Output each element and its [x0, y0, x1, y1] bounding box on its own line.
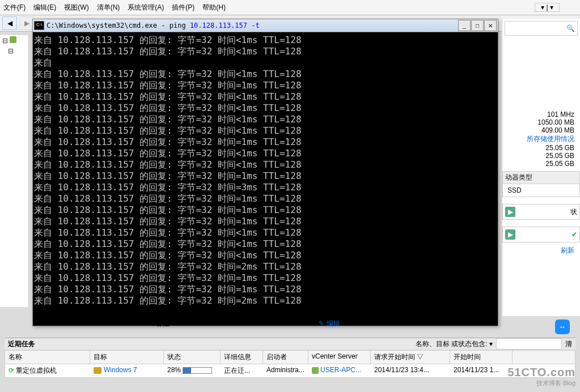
- status-ok-panel: ▶ ✔: [502, 227, 580, 242]
- task-initiator: Administra...: [263, 364, 308, 377]
- driver-type-header: 动器类型: [502, 171, 580, 184]
- notes-row: 备注: ✎ 编辑: [156, 319, 340, 329]
- storage-link[interactable]: 所存储使用情况: [503, 134, 574, 144]
- th-status[interactable]: 状态: [164, 351, 221, 364]
- cmd-titlebar[interactable]: C:\ C:\Windows\system32\cmd.exe - ping 1…: [33, 19, 498, 32]
- back-button[interactable]: ◀: [2, 16, 17, 30]
- status-label: 状: [570, 207, 577, 217]
- mem-total: 1050.00 MB: [503, 118, 574, 126]
- search-input[interactable]: 🔍: [505, 21, 578, 36]
- progress-bar: [183, 367, 212, 374]
- task-starttime: 2014/11/23 1...: [450, 364, 513, 377]
- maximize-button[interactable]: □: [471, 20, 484, 31]
- th-vcenter[interactable]: vCenter Server: [308, 351, 371, 364]
- tree-node[interactable]: ⊟: [0, 46, 28, 56]
- info-panel: 🔍 101 MHz 1050.00 MB 409.00 MB 所存储使用情况 2…: [502, 19, 580, 316]
- menu-inventory[interactable]: 清单(N): [97, 3, 120, 12]
- th-name[interactable]: 名称: [5, 351, 90, 364]
- cmd-output: 来自 10.128.113.157 的回复: 字节=32 时间<1ms TTL=…: [33, 32, 498, 326]
- ok-icon: ✔: [571, 231, 577, 238]
- task-icon: ⟳: [9, 367, 14, 374]
- cmd-title-text: C:\Windows\system32\cmd.exe - ping 10.12…: [46, 22, 260, 29]
- filter-input[interactable]: [496, 338, 562, 350]
- cmd-icon: C:\: [34, 21, 44, 30]
- stats-block: 101 MHz 1050.00 MB 409.00 MB 所存储使用情况 25.…: [502, 109, 580, 169]
- vcenter-icon: [10, 36, 16, 43]
- notes-label: 备注:: [156, 319, 171, 329]
- menu-file[interactable]: 文件(F): [3, 3, 26, 12]
- task-target[interactable]: Windows 7: [104, 366, 137, 374]
- mem-used: 409.00 MB: [503, 126, 574, 134]
- teamviewer-icon[interactable]: ↔: [555, 319, 570, 334]
- th-starttime[interactable]: 开始时间: [450, 351, 513, 364]
- task-name: 重定位虚拟机: [16, 367, 57, 374]
- th-reqtime[interactable]: 请求开始时间 ▽: [371, 351, 450, 364]
- th-detail[interactable]: 详细信息: [221, 351, 263, 364]
- menu-plugins[interactable]: 插件(P): [172, 3, 194, 12]
- task-detail: 正在迁...: [221, 364, 263, 377]
- table-row[interactable]: ⟳ 重定位虚拟机 Windows 7 28% 正在迁... Administra…: [5, 364, 575, 377]
- vc-icon: [312, 367, 319, 374]
- task-table: 名称 目标 状态 详细信息 启动者 vCenter Server 请求开始时间 …: [5, 350, 575, 378]
- filter-label: 名称、目标 或状态包含: ▾: [416, 339, 493, 349]
- edit-icon[interactable]: ✎ 编辑: [319, 319, 340, 329]
- cpu-mhz: 101 MHz: [503, 110, 574, 118]
- storage-1: 25.05 GB: [503, 144, 574, 152]
- task-vcenter[interactable]: USER-APC...: [320, 366, 361, 374]
- tree-panel: ⊟ ⊟: [0, 35, 29, 307]
- menu-bar: 文件(F) 编辑(E) 视图(W) 清单(N) 系统管理(A) 插件(P) 帮助…: [0, 0, 580, 15]
- storage-2: 25.05 GB: [503, 152, 574, 160]
- vm-icon: [94, 367, 101, 374]
- toolbar-dropdown-icon[interactable]: ▾ | ▾: [535, 3, 560, 12]
- expand-right-icon-2[interactable]: ▶: [505, 229, 515, 240]
- minimize-button[interactable]: _: [458, 20, 471, 31]
- close-button[interactable]: ✕: [484, 20, 497, 31]
- status-panel: ▶ 状: [502, 204, 580, 220]
- menu-help[interactable]: 帮助(H): [202, 3, 226, 12]
- cmd-window: C:\ C:\Windows\system32\cmd.exe - ping 1…: [32, 19, 498, 326]
- th-initiator[interactable]: 启动者: [263, 351, 308, 364]
- tree-toggle[interactable]: ⊟: [0, 35, 28, 46]
- recent-tasks-header: 近期任务 名称、目标 或状态包含: ▾ 清: [5, 338, 575, 350]
- storage-3: 25.05 GB: [503, 160, 574, 168]
- menu-view[interactable]: 视图(W): [64, 3, 88, 12]
- menu-admin[interactable]: 系统管理(A): [128, 3, 164, 12]
- task-pct: 28%: [167, 366, 181, 374]
- expand-right-icon[interactable]: ▶: [505, 207, 515, 217]
- recent-tasks-title: 近期任务: [8, 339, 35, 349]
- task-reqtime: 2014/11/23 13:4...: [371, 364, 450, 377]
- th-target[interactable]: 目标: [90, 351, 164, 364]
- table-header: 名称 目标 状态 详细信息 启动者 vCenter Server 请求开始时间 …: [5, 351, 575, 364]
- refresh-link[interactable]: 刷新: [502, 242, 580, 259]
- driver-type-value: SSD: [502, 184, 580, 197]
- menu-edit[interactable]: 编辑(E): [33, 3, 56, 12]
- clear-filter[interactable]: 清: [565, 339, 572, 349]
